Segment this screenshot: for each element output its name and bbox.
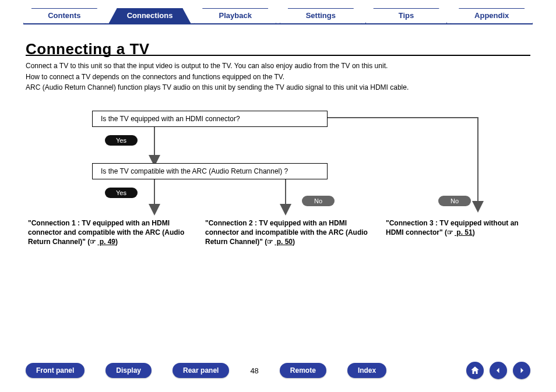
connection-2: "Connection 2 : TV equipped with an HDMI…: [205, 218, 378, 247]
connection-3-tail: ): [473, 228, 475, 236]
top-tabs: Contents Connections Playback Settings T…: [23, 8, 533, 24]
answer-yes-arc: Yes: [105, 188, 138, 198]
nav-display[interactable]: Display: [105, 363, 152, 378]
connection-3: "Connection 3 : TV equipped without an H…: [386, 218, 530, 237]
answer-yes-hdmi: Yes: [105, 135, 138, 146]
tab-settings[interactable]: Settings: [280, 8, 362, 23]
question-hdmi-connector: Is the TV equipped with an HDMI connecto…: [92, 111, 328, 127]
home-button[interactable]: [466, 362, 484, 379]
arrow-left-icon: [493, 365, 504, 376]
nav-front-panel[interactable]: Front panel: [26, 363, 85, 378]
nav-rear-panel[interactable]: Rear panel: [173, 363, 229, 378]
home-icon: [470, 365, 480, 376]
arrow-right-icon: [516, 365, 527, 376]
intro-line: Connect a TV to this unit so that the in…: [26, 61, 530, 72]
flowchart-lines: [0, 0, 556, 392]
prev-button[interactable]: [490, 362, 507, 379]
page-number: 48: [250, 366, 258, 375]
bottom-bar: Front panel Display Rear panel 48 Remote…: [26, 362, 530, 379]
intro-line: ARC (Audio Return Channel) function play…: [26, 82, 530, 93]
question-arc-compatible: Is the TV compatible with the ARC (Audio…: [92, 163, 328, 179]
hand-icon: ☞: [90, 237, 96, 246]
intro-text: Connect a TV to this unit so that the in…: [26, 61, 530, 93]
link-p50[interactable]: p. 50: [275, 238, 293, 246]
answer-no-arc: No: [302, 196, 335, 206]
nav-remote[interactable]: Remote: [280, 363, 326, 378]
tab-contents[interactable]: Contents: [23, 8, 105, 23]
connection-1-tail: ): [115, 238, 118, 246]
tab-appendix[interactable]: Appendix: [451, 8, 533, 23]
hand-icon: ☞: [447, 228, 453, 237]
tab-playback[interactable]: Playback: [194, 8, 276, 23]
answer-no-hdmi: No: [438, 196, 471, 206]
intro-line: How to connect a TV depends on the conne…: [26, 72, 530, 83]
tab-tips[interactable]: Tips: [365, 8, 448, 23]
link-p51[interactable]: p. 51: [455, 228, 473, 236]
tab-connections[interactable]: Connections: [109, 8, 191, 23]
link-p49[interactable]: p. 49: [97, 238, 115, 246]
nav-index[interactable]: Index: [347, 363, 386, 378]
hand-icon: ☞: [267, 237, 273, 246]
connection-2-tail: ): [293, 238, 295, 246]
connection-1: "Connection 1 : TV equipped with an HDMI…: [28, 218, 197, 247]
next-button[interactable]: [513, 362, 530, 379]
title-rule: [26, 55, 530, 56]
